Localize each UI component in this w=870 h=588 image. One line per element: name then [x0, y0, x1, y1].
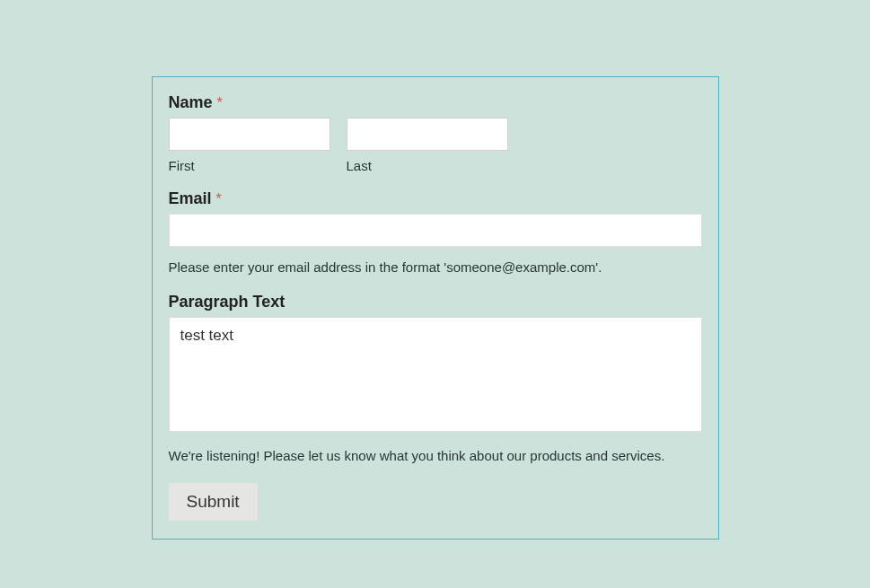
- first-name-sublabel: First: [169, 158, 330, 173]
- required-mark: *: [217, 95, 223, 110]
- name-field-group: Name * First Last: [169, 93, 702, 173]
- name-row: First Last: [169, 118, 702, 173]
- first-name-input[interactable]: [169, 118, 330, 151]
- paragraph-label: Paragraph Text: [169, 293, 702, 312]
- email-label: Email *: [169, 189, 702, 208]
- email-input[interactable]: [169, 214, 702, 247]
- last-name-sublabel: Last: [347, 158, 508, 173]
- first-name-wrapper: First: [169, 118, 330, 173]
- name-label: Name *: [169, 93, 702, 112]
- submit-button[interactable]: Submit: [169, 483, 258, 521]
- name-label-text: Name: [169, 93, 213, 111]
- email-field-group: Email * Please enter your email address …: [169, 189, 702, 276]
- form-container: Name * First Last Email * Please enter y…: [152, 76, 719, 540]
- last-name-input[interactable]: [347, 118, 508, 151]
- email-label-text: Email: [169, 189, 212, 207]
- email-hint: Please enter your email address in the f…: [169, 258, 702, 276]
- paragraph-field-group: Paragraph Text We're listening! Please l…: [169, 293, 702, 465]
- required-mark: *: [216, 191, 222, 206]
- paragraph-hint: We're listening! Please let us know what…: [169, 446, 702, 465]
- last-name-wrapper: Last: [347, 118, 508, 173]
- paragraph-input[interactable]: [169, 317, 702, 432]
